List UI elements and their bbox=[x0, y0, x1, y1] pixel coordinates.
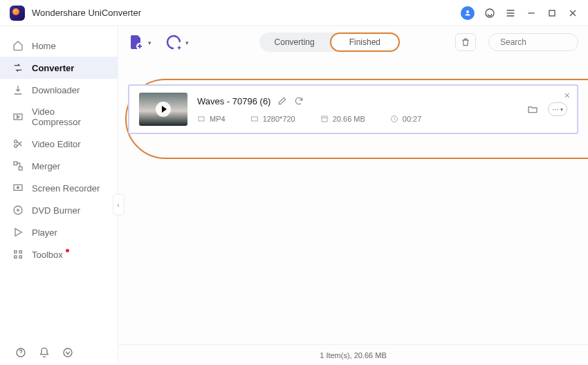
file-size: 20.66 MB bbox=[333, 115, 365, 123]
search-box[interactable] bbox=[488, 33, 578, 51]
format-icon bbox=[197, 115, 205, 123]
add-url-button[interactable]: ▾ bbox=[165, 34, 182, 50]
search-input[interactable] bbox=[500, 37, 588, 47]
svg-marker-11 bbox=[15, 229, 21, 236]
sidebar-item-label: Screen Recorder bbox=[32, 183, 100, 194]
close-button[interactable] bbox=[567, 8, 578, 19]
file-resolution: 1280*720 bbox=[263, 115, 295, 123]
dvd-icon bbox=[12, 205, 24, 216]
file-format: MP4 bbox=[210, 115, 226, 123]
tab-finished[interactable]: Finished bbox=[330, 32, 400, 52]
svg-rect-22 bbox=[251, 117, 257, 121]
svg-rect-2 bbox=[14, 114, 22, 120]
sidebar-item-converter[interactable]: Converter bbox=[0, 57, 118, 79]
sidebar-item-label: Downloader bbox=[32, 85, 80, 95]
svg-point-4 bbox=[15, 144, 17, 147]
sidebar-item-home[interactable]: Home bbox=[0, 35, 118, 57]
download-icon bbox=[12, 84, 24, 95]
toolbox-icon bbox=[12, 249, 24, 260]
svg-rect-14 bbox=[15, 256, 17, 258]
sidebar-item-label: Toolbox bbox=[32, 250, 63, 260]
chevron-down-icon: ▾ bbox=[148, 39, 151, 46]
sidebar-item-merger[interactable]: Merger bbox=[0, 155, 118, 177]
minimize-button[interactable] bbox=[526, 8, 537, 19]
notification-dot bbox=[66, 249, 69, 252]
sidebar-item-screen-recorder[interactable]: Screen Recorder bbox=[0, 177, 118, 199]
file-title: Waves - 70796 (6) bbox=[197, 96, 270, 106]
status-bar: 1 Item(s), 20.66 MB bbox=[118, 344, 588, 365]
svg-point-17 bbox=[64, 348, 72, 357]
sidebar-item-toolbox[interactable]: Toolbox bbox=[0, 243, 118, 265]
svg-rect-6 bbox=[19, 167, 22, 170]
merger-icon bbox=[12, 160, 24, 171]
sidebar-item-label: Home bbox=[32, 41, 56, 51]
video-thumbnail[interactable] bbox=[139, 93, 187, 126]
sidebar: Home Converter Downloader Video Compress… bbox=[0, 26, 118, 365]
content-area: × Waves - 70796 (6) MP4 1280*720 20.66 M… bbox=[118, 58, 588, 344]
home-icon bbox=[12, 40, 24, 51]
app-logo bbox=[10, 6, 25, 21]
svg-rect-12 bbox=[15, 251, 17, 253]
maximize-button[interactable] bbox=[546, 8, 558, 19]
sidebar-item-label: Video Editor bbox=[32, 139, 81, 149]
player-icon bbox=[12, 227, 24, 238]
sidebar-item-video-compressor[interactable]: Video Compressor bbox=[0, 101, 118, 133]
resolution-icon bbox=[250, 115, 259, 123]
reconvert-icon[interactable] bbox=[294, 96, 304, 106]
tab-segmented: Converting Finished bbox=[259, 32, 400, 52]
delete-button[interactable] bbox=[455, 33, 476, 51]
sidebar-item-player[interactable]: Player bbox=[0, 221, 118, 243]
svg-rect-5 bbox=[14, 162, 17, 165]
duration-icon bbox=[390, 115, 398, 123]
svg-rect-15 bbox=[19, 256, 21, 258]
sidebar-item-label: DVD Burner bbox=[32, 205, 80, 216]
svg-point-3 bbox=[15, 140, 17, 143]
sidebar-item-label: Merger bbox=[32, 161, 60, 171]
rename-icon[interactable] bbox=[277, 96, 287, 106]
sidebar-item-video-editor[interactable]: Video Editor bbox=[0, 133, 118, 155]
sidebar-item-label: Converter bbox=[32, 63, 74, 73]
svg-point-8 bbox=[17, 187, 19, 189]
toolbar: ▾ ▾ Converting Finished bbox=[118, 26, 588, 58]
svg-rect-13 bbox=[19, 251, 21, 253]
editor-icon bbox=[12, 138, 24, 149]
file-duration: 00:27 bbox=[403, 115, 422, 123]
chevron-down-icon: ▾ bbox=[560, 106, 563, 113]
titlebar: Wondershare UniConverter bbox=[0, 0, 588, 26]
user-avatar[interactable] bbox=[461, 6, 475, 20]
compressor-icon bbox=[12, 111, 24, 122]
bell-icon[interactable] bbox=[39, 347, 50, 358]
main-panel: ▾ ▾ Converting Finished × bbox=[118, 26, 588, 365]
support-icon[interactable] bbox=[484, 8, 495, 19]
sidebar-item-label: Video Compressor bbox=[32, 106, 105, 127]
converter-icon bbox=[12, 62, 24, 73]
sidebar-item-downloader[interactable]: Downloader bbox=[0, 79, 118, 101]
card-close-button[interactable]: × bbox=[564, 90, 570, 101]
svg-point-10 bbox=[17, 209, 19, 212]
tab-converting[interactable]: Converting bbox=[259, 32, 330, 52]
add-file-button[interactable]: ▾ bbox=[128, 34, 145, 50]
sidebar-item-label: Player bbox=[32, 227, 57, 238]
size-icon bbox=[320, 115, 329, 123]
open-folder-icon[interactable] bbox=[527, 104, 538, 115]
chevron-down-icon: ▾ bbox=[185, 39, 189, 46]
app-title: Wondershare UniConverter bbox=[32, 8, 141, 18]
status-summary: 1 Item(s), 20.66 MB bbox=[320, 351, 387, 359]
sidebar-item-dvd-burner[interactable]: DVD Burner bbox=[0, 199, 118, 221]
more-options-button[interactable]: ··· ▾ bbox=[548, 102, 567, 116]
svg-point-9 bbox=[14, 206, 22, 214]
file-card[interactable]: × Waves - 70796 (6) MP4 1280*720 20.66 M… bbox=[128, 84, 578, 134]
svg-rect-21 bbox=[199, 117, 204, 121]
recorder-icon bbox=[12, 182, 24, 194]
svg-rect-1 bbox=[549, 10, 555, 16]
feedback-icon[interactable] bbox=[62, 347, 73, 358]
menu-icon[interactable] bbox=[505, 8, 516, 19]
play-icon bbox=[156, 102, 171, 117]
help-icon[interactable] bbox=[15, 347, 26, 358]
